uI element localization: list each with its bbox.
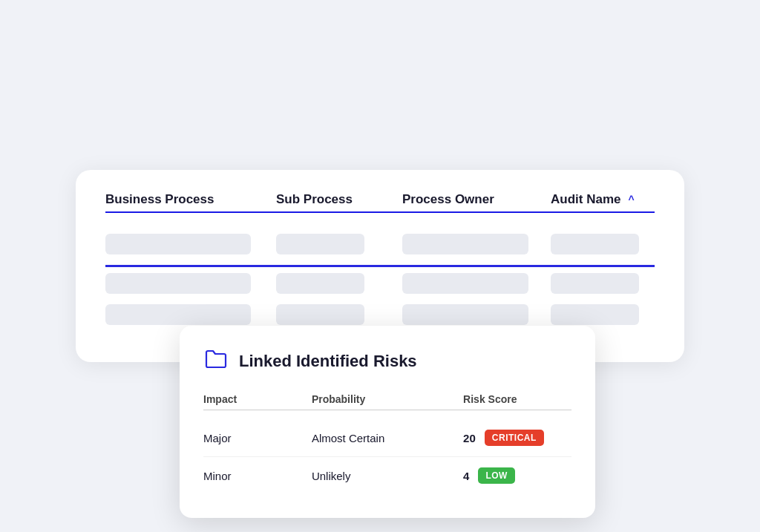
table-body — [105, 234, 655, 325]
col-header-label: Business Process — [105, 192, 214, 207]
skeleton-cell — [105, 273, 251, 294]
inner-table-header: Impact Probability Risk Score — [203, 393, 571, 416]
skeleton-cell — [551, 273, 639, 294]
table-row — [105, 234, 655, 254]
score-number-1: 20 — [463, 432, 476, 444]
col-header-audit-name[interactable]: Audit Name ^ — [551, 192, 655, 213]
skeleton-cell — [276, 273, 364, 294]
table-header-row: Business Process Sub Process Process Own… — [105, 192, 655, 222]
table-row-highlighted — [105, 265, 655, 294]
sort-icon[interactable]: ^ — [628, 194, 634, 206]
inner-risks-table: Impact Probability Risk Score Major Almo… — [203, 393, 571, 494]
inner-col-risk-score: Risk Score — [463, 393, 571, 410]
popup-title: Linked Identified Risks — [239, 352, 417, 371]
folder-icon — [203, 347, 229, 375]
col-header-label: Sub Process — [276, 192, 353, 207]
risk-row-1: Major Almost Certain 20 CRITICAL — [203, 419, 571, 457]
skeleton-cell — [105, 234, 251, 254]
skeleton-cell — [402, 234, 528, 254]
skeleton-cell — [551, 304, 639, 325]
probability-value-1: Almost Certain — [312, 432, 463, 444]
risk-score-cell-2: 4 LOW — [463, 467, 571, 484]
inner-col-probability: Probability — [312, 393, 463, 410]
col-header-process-owner[interactable]: Process Owner — [402, 192, 551, 213]
col-header-business-process[interactable]: Business Process — [105, 192, 276, 213]
skeleton-cell — [276, 304, 364, 325]
linked-risks-popup: Linked Identified Risks Impact Probabili… — [180, 326, 595, 518]
main-container: Business Process Sub Process Process Own… — [46, 140, 714, 392]
skeleton-cell — [402, 304, 528, 325]
probability-value-2: Unlikely — [312, 470, 463, 482]
skeleton-cell — [551, 234, 639, 254]
badge-low: LOW — [478, 467, 515, 484]
risk-row-2: Minor Unlikely 4 LOW — [203, 457, 571, 494]
risk-score-cell-1: 20 CRITICAL — [463, 430, 571, 446]
col-header-label: Audit Name — [551, 192, 620, 207]
background-table-card: Business Process Sub Process Process Own… — [76, 170, 684, 362]
col-header-sub-process[interactable]: Sub Process — [276, 192, 402, 213]
skeleton-cell — [402, 273, 528, 294]
col-header-label: Process Owner — [402, 192, 494, 207]
table-row — [105, 304, 655, 325]
impact-value-1: Major — [203, 432, 312, 444]
score-number-2: 4 — [463, 470, 469, 482]
skeleton-cell — [276, 234, 364, 254]
badge-critical: CRITICAL — [485, 430, 544, 446]
impact-value-2: Minor — [203, 470, 312, 482]
popup-header: Linked Identified Risks — [203, 347, 571, 375]
skeleton-cell — [105, 304, 251, 325]
inner-col-impact: Impact — [203, 393, 312, 410]
